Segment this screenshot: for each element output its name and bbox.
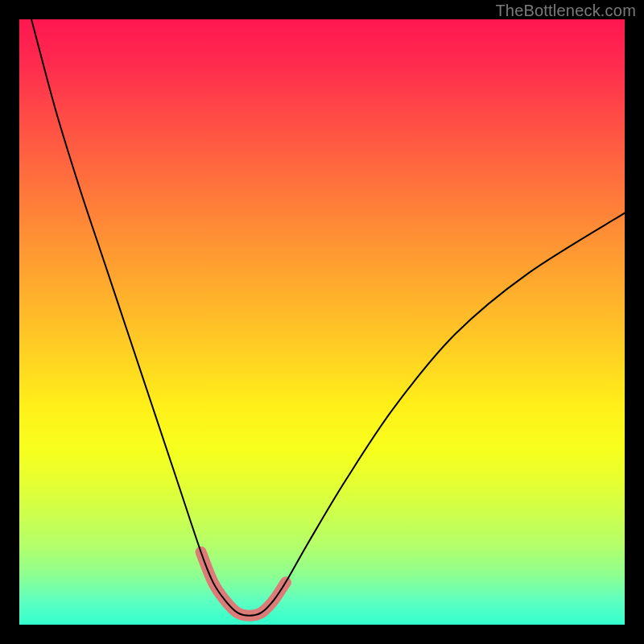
- watermark-text: TheBottleneck.com: [495, 2, 636, 20]
- chart-plot-area: [19, 19, 625, 625]
- bottleneck-curve-svg: [19, 19, 625, 625]
- bottleneck-curve-line: [31, 19, 625, 616]
